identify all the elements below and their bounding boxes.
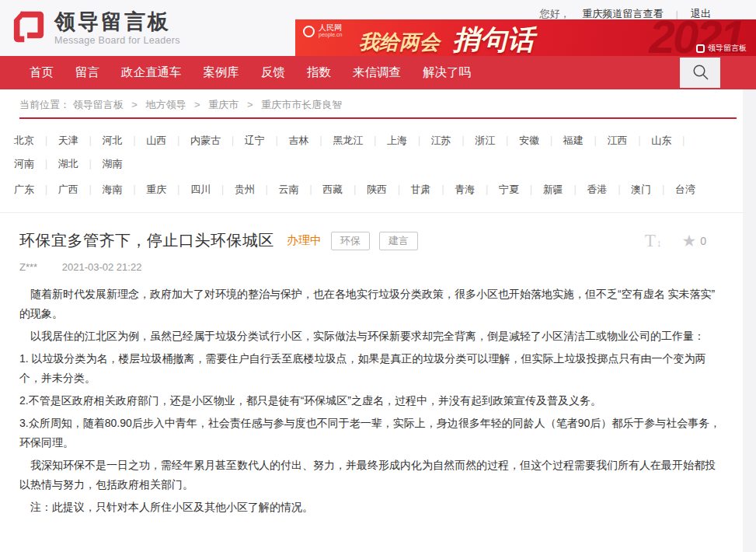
- region-item[interactable]: 海南: [102, 183, 146, 195]
- logo-title: 领导留言板: [54, 10, 180, 33]
- breadcrumb-item-local-leaders[interactable]: 地方领导: [145, 99, 186, 110]
- region-item[interactable]: 西藏: [322, 183, 367, 195]
- title-row: 环保宜多管齐下，停止口头环保城区 办理中 环保 建言 T ↕ ★ 0: [19, 230, 723, 251]
- region-item[interactable]: 内蒙古: [190, 135, 245, 146]
- post-paragraph: 以我居住的江北区为例，虽然已经属于垃圾分类试行小区，实际做法与环保新要求却完全背…: [19, 327, 723, 346]
- region-item[interactable]: 天津: [58, 135, 103, 146]
- region-group-1: 北京天津河北山西内蒙古辽宁吉林黑龙江上海江苏浙江安徽福建江西山东河南湖北湖南: [14, 129, 729, 176]
- region-item[interactable]: 澳门: [631, 183, 675, 195]
- region-item[interactable]: 江西: [608, 135, 652, 146]
- banner-slogan-left: 我给两会: [359, 30, 440, 54]
- campaign-banner[interactable]: 2021 人民网 people.cn 我给两会 捎句话 领导留言板: [295, 19, 756, 56]
- favorite-count: 0: [700, 235, 706, 247]
- nav-item-case-library[interactable]: 案例库: [204, 65, 240, 81]
- site-logo[interactable]: 领导留言板 Message Board for Leaders: [11, 9, 180, 47]
- favorite-star-icon[interactable]: ★: [681, 232, 696, 249]
- region-selector: 北京天津河北山西内蒙古辽宁吉林黑龙江上海江苏浙江安徽福建江西山东河南湖北湖南 广…: [0, 119, 743, 213]
- breadcrumb-label: 当前位置：: [19, 99, 70, 110]
- nav-item-feedback[interactable]: 反馈: [261, 65, 285, 81]
- region-item[interactable]: 四川: [190, 183, 235, 195]
- tag-environment[interactable]: 环保: [331, 232, 370, 250]
- content-column: 当前位置： 领导留言板 > 地方领导 > 重庆市 > 重庆市市长唐良智 北京天津…: [0, 89, 743, 552]
- post-body: 随着新时代发展新理念，政府加大了对环境的整治与保护，也在各地实行垃圾分类政策，很…: [19, 285, 723, 517]
- post-author: Z***: [19, 261, 37, 273]
- region-item[interactable]: 重庆: [146, 183, 190, 195]
- nav-item-home[interactable]: 首页: [30, 65, 54, 81]
- region-item[interactable]: 台湾: [675, 183, 695, 195]
- region-item[interactable]: 浙江: [475, 135, 519, 146]
- region-item[interactable]: 青海: [455, 183, 499, 195]
- region-item[interactable]: 河北: [102, 135, 146, 146]
- region-item[interactable]: 上海: [387, 135, 431, 146]
- banner-brand-name: 领导留言板: [708, 43, 747, 54]
- nav-item-gov-enterprise-express[interactable]: 政企直通车: [121, 65, 182, 81]
- region-item[interactable]: 宁夏: [499, 183, 543, 195]
- banner-source: 人民网: [319, 24, 342, 32]
- nav-item-resolved[interactable]: 解决了吗: [423, 65, 471, 81]
- region-item[interactable]: 北京: [14, 135, 58, 146]
- banner-brand: 领导留言板: [696, 43, 747, 54]
- post-paragraph: 2.不管是区政府相关政府部门，还是小区物业，都只是徒有“环保城区”之虚名，过程中…: [19, 391, 723, 411]
- nav-item-messages[interactable]: 留言: [75, 65, 99, 81]
- search-button[interactable]: [680, 58, 720, 88]
- region-item[interactable]: 吉林: [288, 135, 333, 146]
- region-item[interactable]: 贵州: [235, 183, 279, 195]
- message-article: 环保宜多管齐下，停止口头环保城区 办理中 环保 建言 T ↕ ★ 0 Z*** …: [0, 230, 743, 517]
- people-cn-icon: [303, 26, 315, 37]
- logo-subtitle: Message Board for Leaders: [54, 35, 180, 46]
- breadcrumb-separator: >: [131, 99, 138, 110]
- region-item[interactable]: 广东: [14, 183, 58, 195]
- breadcrumb-item-board[interactable]: 领导留言板: [73, 99, 124, 110]
- region-group-2: 广东广西海南重庆四川贵州云南西藏陕西甘肃青海宁夏新疆香港澳门台湾: [14, 178, 729, 201]
- region-item[interactable]: 河南: [14, 158, 58, 169]
- breadcrumb-item-mayor[interactable]: 重庆市市长唐良智: [261, 99, 342, 110]
- region-item[interactable]: 湖北: [58, 158, 103, 169]
- banner-slogan-right: 捎句话: [452, 24, 534, 54]
- region-item[interactable]: 云南: [278, 183, 322, 195]
- search-icon: [692, 63, 709, 83]
- post-paragraph: 注：此提议，只针对本人所住小区及其他小区了解的情况。: [19, 498, 723, 517]
- region-item[interactable]: 安徽: [519, 135, 563, 146]
- people-cn-logo: 人民网 people.cn: [303, 24, 342, 38]
- region-item[interactable]: 山西: [146, 135, 190, 146]
- region-item[interactable]: 黑龙江: [333, 135, 387, 146]
- region-item[interactable]: 广西: [58, 183, 103, 195]
- banner-brand-icon: [696, 44, 705, 53]
- breadcrumb-item-chongqing[interactable]: 重庆市: [208, 99, 239, 110]
- post-paragraph: 随着新时代发展新理念，政府加大了对环境的整治与保护，也在各地实行垃圾分类政策，很…: [19, 285, 723, 323]
- region-item[interactable]: 甘肃: [411, 183, 455, 195]
- account-divider: |: [676, 9, 678, 20]
- region-item[interactable]: 香港: [587, 183, 632, 195]
- region-item[interactable]: 山东: [651, 135, 695, 146]
- region-item[interactable]: 陕西: [367, 183, 411, 195]
- post-paragraph: 1. 以垃圾分类为名，楼层垃圾桶撤离，需要住户自行丢至底楼垃圾点，如果是真正的垃…: [19, 349, 723, 388]
- post-paragraph: 3.众所周知，随着80.90后步入中青年，社会责任感与参与度也不同于老一辈，实际…: [19, 414, 723, 452]
- region-item[interactable]: 湖南: [102, 158, 122, 169]
- page-title: 环保宜多管齐下，停止口头环保城区: [19, 230, 274, 251]
- nav-item-index[interactable]: 指数: [307, 65, 331, 81]
- title-actions: T ↕ ★ 0: [645, 231, 706, 251]
- nav-item-letter-survey[interactable]: 来信调查: [353, 65, 401, 81]
- banner-source-sub: people.cn: [319, 32, 342, 38]
- post-paragraph: 我深知环保不是一日之功，需经年累月甚至数代人的付出、努力，并最终形成内化为自然而…: [19, 456, 723, 494]
- text-size-icon[interactable]: T ↕: [645, 231, 662, 251]
- breadcrumb-separator: >: [194, 99, 200, 110]
- status-badge: 办理中: [287, 233, 322, 248]
- main-nav: 首页 留言 政企直通车 案例库 反馈 指数 来信调查 解决了吗: [0, 56, 756, 89]
- region-item[interactable]: 辽宁: [245, 135, 289, 146]
- tag-suggestion[interactable]: 建言: [379, 232, 418, 250]
- region-item[interactable]: 新疆: [543, 183, 587, 195]
- breadcrumb-separator: >: [247, 99, 253, 110]
- top-header: 领导留言板 Message Board for Leaders 您好， 重庆频道…: [0, 0, 756, 56]
- region-item[interactable]: 福建: [563, 135, 608, 146]
- post-date: 2021-03-02 21:22: [62, 261, 142, 273]
- message-bubble-logo-icon: [11, 9, 47, 47]
- region-item[interactable]: 江苏: [431, 135, 476, 146]
- post-meta: Z*** 2021-03-02 21:22: [19, 261, 723, 273]
- breadcrumb: 当前位置： 领导留言板 > 地方领导 > 重庆市 > 重庆市市长唐良智: [0, 89, 743, 117]
- banner-slogan: 我给两会 捎句话: [359, 22, 534, 56]
